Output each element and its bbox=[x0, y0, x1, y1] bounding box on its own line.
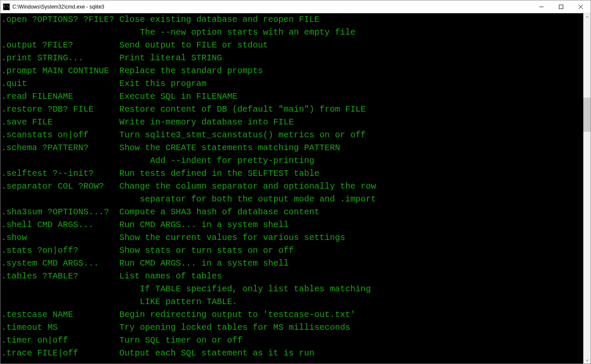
scroll-up-arrow-icon[interactable] bbox=[583, 13, 591, 21]
window-controls bbox=[532, 0, 591, 13]
scrollbar-thumb[interactable] bbox=[583, 98, 591, 132]
minimize-button[interactable] bbox=[532, 0, 551, 13]
cmd-icon: C:\ bbox=[3, 3, 10, 10]
close-button[interactable] bbox=[571, 0, 591, 13]
maximize-button[interactable] bbox=[551, 0, 571, 13]
terminal-area: .open ?OPTIONS? ?FILE? Close existing da… bbox=[0, 13, 591, 364]
terminal-output[interactable]: .open ?OPTIONS? ?FILE? Close existing da… bbox=[0, 13, 583, 364]
svg-rect-1 bbox=[559, 5, 563, 9]
cmd-window: C:\ C:\Windows\System32\cmd.exe - sqlite… bbox=[0, 0, 591, 364]
window-title: C:\Windows\System32\cmd.exe - sqlite3 bbox=[12, 4, 532, 10]
vertical-scrollbar[interactable] bbox=[583, 13, 591, 364]
scroll-down-arrow-icon[interactable] bbox=[583, 356, 591, 364]
titlebar[interactable]: C:\ C:\Windows\System32\cmd.exe - sqlite… bbox=[0, 0, 591, 13]
scrollbar-track[interactable] bbox=[583, 21, 591, 356]
